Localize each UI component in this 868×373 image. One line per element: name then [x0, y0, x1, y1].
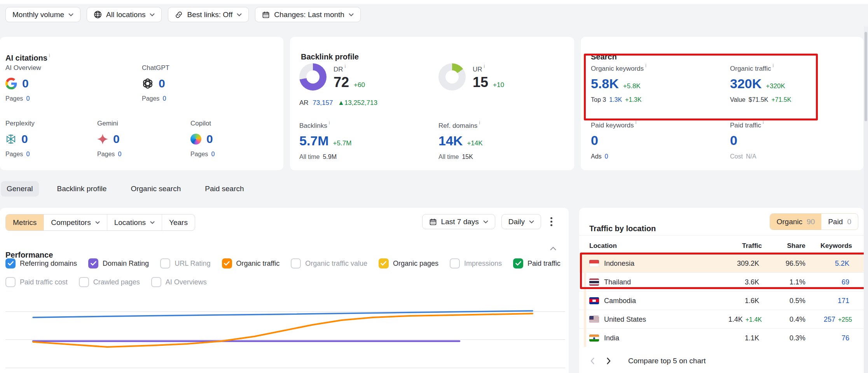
info-icon: i — [763, 119, 764, 125]
pages-count-link[interactable]: 0 — [118, 151, 121, 157]
ref-domains-value-link[interactable]: 14K — [438, 133, 463, 148]
flag-cambodia-icon — [589, 297, 599, 304]
ar-value-link[interactable]: 73,157 — [313, 99, 333, 106]
keywords-link[interactable]: 76 — [842, 334, 849, 342]
ads-value-link[interactable]: 0 — [605, 153, 608, 160]
date-range-button[interactable]: Last 7 days — [422, 214, 495, 229]
paid-keywords-block: Paid keywordsi 0 Ads0 — [591, 119, 636, 160]
all-locations-label: All locations — [106, 10, 145, 19]
table-row-india[interactable]: India 1.1K 0.3% 76 — [579, 328, 864, 347]
calendar-icon — [262, 11, 270, 19]
domain-rating-block: DRi 72+60 — [299, 63, 365, 91]
backlinks-value-link[interactable]: 5.7M — [299, 133, 329, 148]
table-row-indonesia[interactable]: Indonesia 309.2K 96.5% 5.2K — [579, 254, 864, 273]
best-links-filter-button[interactable]: Best links: Off — [168, 7, 249, 22]
table-row-united-states[interactable]: United States 1.4K+1.4K 0.4% 257+255 — [579, 310, 864, 329]
checkbox-organic-traffic[interactable]: Organic traffic — [222, 258, 280, 268]
chevron-down-icon — [150, 221, 155, 224]
ref-domains-block: Ref. domainsi 14K+14K All time15K — [438, 120, 483, 160]
organic-paid-toggle: Organic90 Paid0 — [770, 213, 858, 230]
scrollbar-track[interactable] — [864, 26, 868, 373]
filters-toolbar: Monthly volume All locations Best links:… — [5, 7, 361, 22]
engine-citations-value[interactable]: 0 — [113, 132, 120, 146]
chevron-down-icon — [95, 221, 100, 224]
scrollbar-thumb[interactable] — [865, 32, 867, 121]
tab-general[interactable]: General — [1, 181, 39, 197]
organic-keywords-value-link[interactable]: 5.8K — [591, 76, 619, 91]
checkbox-organic-pages[interactable]: Organic pages — [379, 258, 438, 268]
gemini-block: Gemini 0 Pages0 — [97, 120, 121, 158]
pages-count-link[interactable]: 0 — [162, 95, 166, 102]
info-icon: i — [773, 63, 774, 68]
granularity-button[interactable]: Daily — [501, 214, 541, 229]
next-page-icon[interactable] — [606, 357, 611, 365]
tab-backlink-profile[interactable]: Backlink profile — [51, 181, 113, 197]
table-row-thailand[interactable]: Thailand 3.6K 1.1% 69 — [579, 272, 864, 291]
prev-page-icon[interactable] — [590, 357, 595, 365]
organic-traffic-value-link[interactable]: 320K — [730, 76, 761, 91]
engine-citations-value[interactable]: 0 — [21, 132, 28, 146]
kebab-menu-icon[interactable] — [547, 215, 555, 228]
compare-top5-link[interactable]: Compare top 5 on chart — [628, 357, 706, 365]
tab-paid-search[interactable]: Paid search — [199, 181, 250, 197]
ur-value: 15 — [473, 74, 488, 91]
chevron-down-icon — [237, 13, 242, 16]
info-icon: i — [345, 63, 346, 69]
table-row-cambodia[interactable]: Cambodia 1.6K 0.5% 171 — [579, 291, 864, 310]
performance-chart-area[interactable] — [5, 294, 565, 372]
engine-citations-value[interactable]: 0 — [206, 132, 213, 146]
changes-filter-button[interactable]: Changes: Last month — [255, 7, 361, 22]
top3-value-link[interactable]: 1.3K — [609, 96, 622, 103]
segment-locations[interactable]: Locations — [107, 214, 162, 230]
collapse-section-icon[interactable] — [550, 245, 556, 252]
paid-keywords-value-link[interactable]: 0 — [591, 133, 598, 148]
keywords-link[interactable]: 69 — [842, 278, 849, 286]
tab-organic-search[interactable]: Organic search — [125, 181, 187, 197]
checkbox-url-rating[interactable]: URL Rating — [160, 258, 210, 268]
calendar-icon — [429, 218, 437, 226]
checkbox-impressions[interactable]: Impressions — [450, 258, 502, 268]
checkbox-paid-traffic-cost[interactable]: Paid traffic cost — [5, 277, 68, 287]
monthly-volume-filter-button[interactable]: Monthly volume — [5, 7, 80, 22]
toggle-paid[interactable]: Paid0 — [821, 214, 858, 230]
organic-traffic-block: Organic traffici 320K+320K Value$71.5K+7… — [730, 63, 791, 103]
all-locations-filter-button[interactable]: All locations — [87, 7, 162, 22]
segment-metrics[interactable]: Metrics — [6, 214, 44, 230]
keywords-link[interactable]: 257 — [824, 315, 835, 323]
checkbox-ai-overviews[interactable]: AI Overviews — [151, 277, 207, 287]
backlinks-block: Backlinksi 5.7M+5.7M All time5.9M — [299, 120, 351, 160]
engine-citations-value[interactable]: 0 — [159, 77, 165, 90]
metric-checkbox-row-2: Paid traffic cost Crawled pages AI Overv… — [5, 277, 207, 287]
toggle-organic[interactable]: Organic90 — [770, 214, 822, 230]
search-title: Search — [591, 52, 617, 61]
changes-label: Changes: Last month — [274, 10, 344, 19]
pages-count-link[interactable]: 0 — [26, 95, 30, 102]
checkbox-referring-domains[interactable]: Referring domains — [5, 258, 77, 268]
checkbox-crawled-pages[interactable]: Crawled pages — [79, 277, 140, 287]
keywords-link[interactable]: 5.2K — [835, 260, 849, 267]
keywords-link[interactable]: 171 — [838, 297, 849, 305]
perplexity-icon — [5, 134, 16, 145]
flag-indonesia-icon — [589, 260, 599, 267]
info-icon: i — [484, 63, 485, 69]
link-icon — [175, 11, 183, 19]
segment-years[interactable]: Years — [162, 214, 195, 230]
chevron-down-icon — [483, 220, 488, 223]
checkbox-domain-rating[interactable]: Domain Rating — [88, 258, 149, 268]
engine-name: Perplexity — [5, 120, 35, 127]
segment-competitors[interactable]: Competitors — [44, 214, 107, 230]
copilot-icon — [190, 134, 201, 145]
paid-traffic-value-link[interactable]: 0 — [730, 133, 737, 148]
traffic-by-location-card: Traffic by location Organic90 Paid0 Loca… — [579, 208, 864, 373]
divider — [579, 235, 864, 235]
info-icon: i — [636, 119, 637, 125]
chevron-down-icon — [150, 13, 155, 16]
engine-citations-value[interactable]: 0 — [22, 77, 29, 90]
engine-name: Gemini — [97, 120, 121, 127]
pages-count-link[interactable]: 0 — [26, 151, 30, 157]
checkbox-paid-traffic[interactable]: Paid traffic — [513, 258, 561, 268]
top-white-strip — [0, 0, 868, 4]
url-rating-block: URi 15+10 — [438, 63, 504, 91]
checkbox-organic-traffic-value[interactable]: Organic traffic value — [291, 258, 367, 268]
pages-count-link[interactable]: 0 — [211, 151, 215, 157]
